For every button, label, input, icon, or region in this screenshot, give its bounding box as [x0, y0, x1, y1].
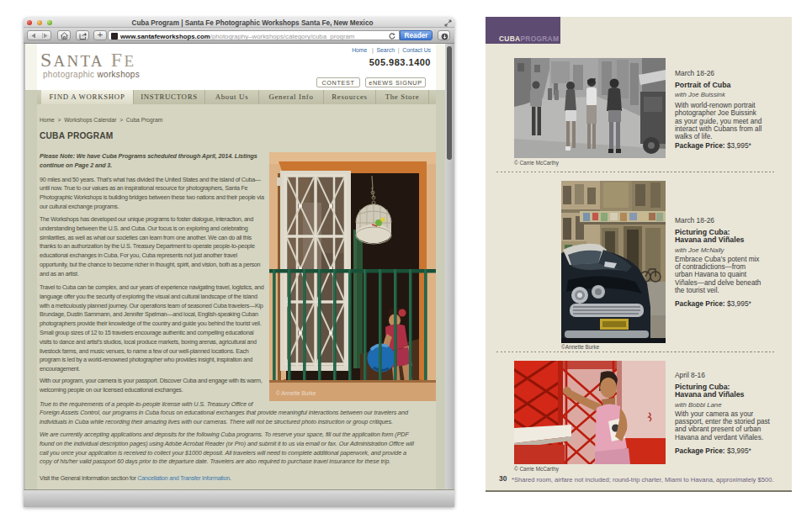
svg-text:© Annette Burke: © Annette Burke [276, 390, 316, 396]
